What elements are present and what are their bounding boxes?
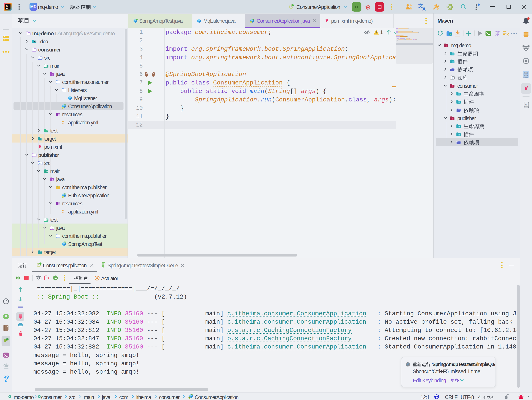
svg-text:A: A xyxy=(422,6,426,11)
svg-text:</>: </> xyxy=(39,163,41,165)
svg-text:A: A xyxy=(525,103,527,106)
svg-text:IJ: IJ xyxy=(6,5,8,8)
svg-text:YA: YA xyxy=(62,209,64,212)
svg-text:10110: 10110 xyxy=(523,76,528,78)
svg-text:YA: YA xyxy=(62,120,64,122)
svg-text:ML: ML xyxy=(62,211,65,213)
svg-text:IJ: IJ xyxy=(35,41,36,43)
svg-text:ML: ML xyxy=(62,122,65,124)
svg-text:du: du xyxy=(436,397,437,399)
svg-text:</>: </> xyxy=(39,57,41,59)
